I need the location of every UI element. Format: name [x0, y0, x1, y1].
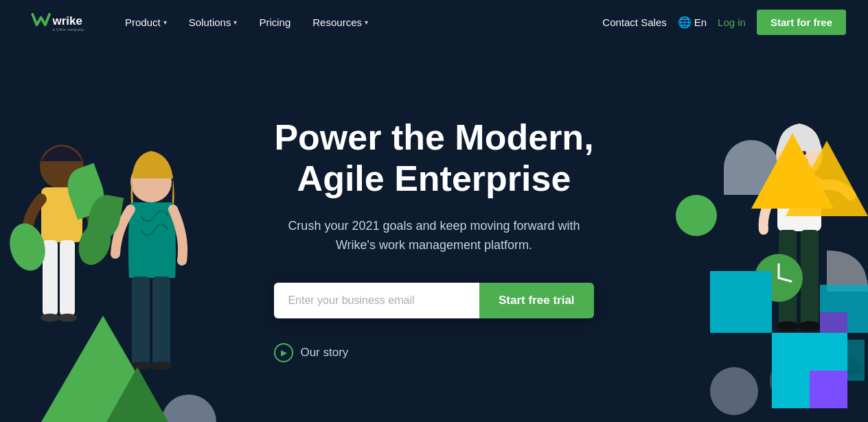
language-selector[interactable]: 🌐 En: [678, 16, 707, 29]
nav-resources-label: Resources: [312, 16, 362, 28]
hero-title-line1: Power the Modern,: [274, 117, 593, 157]
nav-pricing[interactable]: Pricing: [249, 11, 300, 34]
chevron-down-icon: ▾: [163, 19, 167, 26]
hero-subtitle: Crush your 2021 goals and keep moving fo…: [274, 216, 593, 256]
chevron-down-icon: ▾: [233, 19, 237, 26]
start-trial-button[interactable]: Start free trial: [479, 283, 594, 318]
svg-point-20: [799, 321, 821, 331]
contact-sales-link[interactable]: Contact Sales: [602, 16, 666, 28]
nav-solutions[interactable]: Solutions ▾: [179, 11, 247, 34]
nav-links: Product ▾ Solutions ▾ Pricing Resources …: [115, 11, 602, 34]
logo[interactable]: wrike a Citrix company: [22, 8, 91, 36]
nav-product-label: Product: [125, 16, 161, 28]
teal-rect: [710, 271, 772, 333]
nav-right: Contact Sales 🌐 En Log in Start for free: [602, 10, 846, 35]
hero-content: Power the Modern, Agile Enterprise Crush…: [274, 117, 593, 362]
svg-point-19: [777, 321, 799, 331]
email-form: Start free trial: [274, 283, 593, 318]
hero-title-line2: Agile Enterprise: [297, 159, 571, 198]
nav-pricing-label: Pricing: [259, 16, 290, 28]
svg-text:a Citrix company: a Citrix company: [53, 27, 85, 32]
triangle-small: [106, 367, 168, 422]
email-input[interactable]: [274, 283, 479, 318]
svg-rect-18: [801, 230, 819, 326]
purple-rect: [810, 371, 847, 408]
nav-product[interactable]: Product ▾: [115, 11, 176, 34]
nav-solutions-label: Solutions: [189, 16, 231, 28]
login-link[interactable]: Log in: [718, 16, 746, 28]
our-story-label: Our story: [300, 346, 348, 360]
triangle-yellow: [751, 133, 834, 209]
circle-bottom: [710, 367, 758, 415]
hero-section: Power the Modern, Agile Enterprise Crush…: [0, 44, 868, 422]
play-icon: ▶: [274, 343, 293, 362]
navbar: wrike a Citrix company Product ▾ Solutio…: [0, 0, 868, 44]
chevron-down-icon: ▾: [365, 19, 368, 26]
language-label: En: [694, 16, 707, 28]
hero-title: Power the Modern, Agile Enterprise: [274, 117, 593, 200]
our-story-link[interactable]: ▶ Our story: [274, 343, 593, 362]
svg-rect-5: [60, 240, 75, 316]
clock-circle: [676, 195, 717, 236]
globe-icon: 🌐: [678, 16, 692, 29]
nav-resources[interactable]: Resources ▾: [303, 11, 378, 34]
start-free-button[interactable]: Start for free: [757, 10, 846, 35]
svg-text:wrike: wrike: [52, 14, 82, 27]
